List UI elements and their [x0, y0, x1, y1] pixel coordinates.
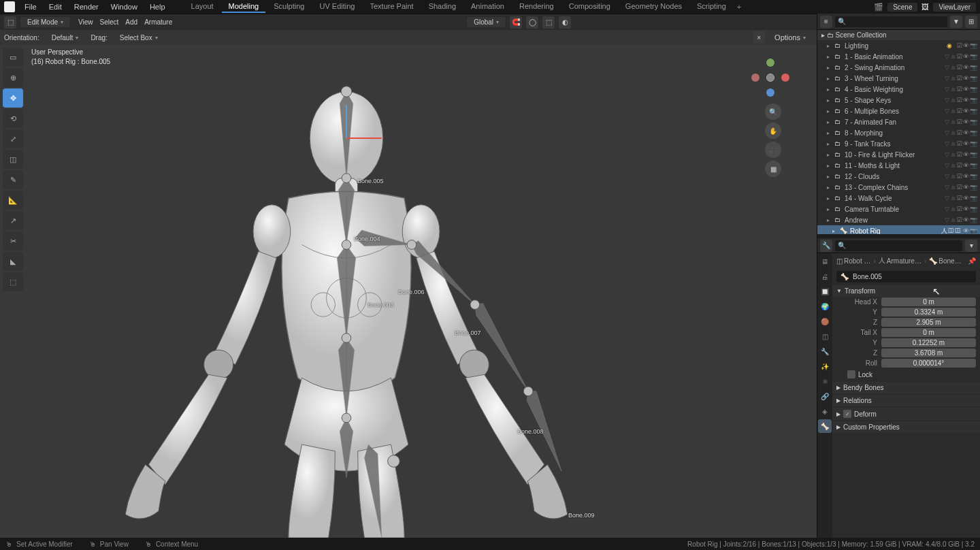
prop-value[interactable]: 0.12252 m [881, 338, 976, 347]
annotate-tool[interactable]: ✎ [3, 170, 23, 189]
snap-icon[interactable]: 🧲 [510, 16, 522, 29]
outliner-row[interactable]: ▸🗀10 - Fire & Light Flicker▽ a☑👁📷 [817, 149, 980, 160]
viewlayer-name[interactable]: ViewLayer [933, 3, 976, 12]
outliner-row[interactable]: ▸🗀7 - Animated Fan▽ a☑👁📷 [817, 116, 980, 127]
cursor-tool[interactable]: ▭ [3, 48, 23, 67]
scene-collection-row[interactable]: ▸ 🗀 Scene Collection [817, 30, 980, 40]
tab-geometry-nodes[interactable]: Geometry Nodes [619, 1, 689, 13]
tab-uv-editing[interactable]: UV Editing [312, 1, 361, 13]
outliner-row[interactable]: ▸🗀Andrew▽ a☑👁📷 [817, 214, 980, 225]
prop-value[interactable]: 2.905 m [881, 318, 976, 327]
lock-checkbox[interactable] [847, 370, 855, 378]
proptab-data[interactable]: ◈ [818, 404, 832, 418]
add-workspace[interactable]: + [737, 3, 741, 11]
3d-viewport[interactable]: User Perspective (16) Robot Rig : Bone.0… [0, 45, 817, 538]
proptab-scene[interactable]: 🌍 [818, 300, 832, 313]
tab-animation[interactable]: Animation [464, 1, 511, 13]
tab-rendering[interactable]: Rendering [512, 1, 561, 13]
outliner-row[interactable]: ▸🗀9 - Tank Tracks▽ a☑👁📷 [817, 138, 980, 149]
prop-value[interactable]: 0.000014° [881, 359, 976, 368]
transform-tool[interactable]: ◫ [3, 150, 23, 169]
proptab-view[interactable]: 🔲 [818, 285, 832, 298]
shear-tool[interactable]: ⬚ [3, 272, 23, 291]
vp-close-icon[interactable]: × [753, 31, 765, 44]
drag-dropdown[interactable]: Select Box [113, 33, 165, 43]
deform-panel-header[interactable]: ▶✓Deform [832, 408, 980, 420]
outliner-row[interactable]: ▸🗀1 - Basic Animation▽ a☑👁📷 [817, 51, 980, 62]
deform-checkbox[interactable]: ✓ [843, 410, 851, 418]
menu-file[interactable]: File [19, 1, 42, 12]
menu-render[interactable]: Render [69, 1, 104, 12]
header-menu-view[interactable]: View [78, 18, 93, 26]
scale-tool[interactable]: ⤢ [3, 129, 23, 148]
editor-type-icon[interactable]: ⬚ [4, 16, 16, 29]
zoom-icon[interactable]: 🔍 [765, 103, 781, 120]
rotate-tool[interactable]: ⟲ [3, 109, 23, 128]
outliner-row[interactable]: ▸🗀6 - Multiple Bones▽ a☑👁📷 [817, 106, 980, 116]
relations-panel-header[interactable]: ▶Relations [832, 395, 980, 406]
ortho-icon[interactable]: ▦ [765, 161, 781, 177]
proportional-icon[interactable]: ◯ [526, 16, 538, 29]
extrude-tool[interactable]: ↗ [3, 211, 23, 230]
app-logo[interactable] [4, 1, 15, 12]
proptab-bone[interactable]: 🦴 [818, 419, 832, 433]
global-dropdown[interactable]: Global [467, 17, 506, 27]
opt1-icon[interactable]: ⬚ [542, 16, 555, 29]
camera-icon[interactable]: 🎥 [765, 142, 781, 158]
menu-window[interactable]: Window [105, 1, 143, 12]
new-collection-icon[interactable]: ⊞ [965, 16, 977, 28]
proptab-modifier[interactable]: 🔧 [818, 344, 832, 358]
header-menu-armature[interactable]: Armature [144, 18, 172, 26]
header-menu-add[interactable]: Add [125, 18, 137, 26]
proptab-constraint[interactable]: 🔗 [818, 389, 832, 403]
outliner-row[interactable]: ▸🗀13 - Complex Chains▽ a☑👁📷 [817, 182, 980, 193]
proptab-render[interactable]: 🖥 [818, 255, 832, 268]
outliner-row[interactable]: ▸🗀Camera Turntable▽ a☑👁📷 [817, 204, 980, 214]
outliner-row[interactable]: ▸🗀8 - Morphing▽ a☑👁📷 [817, 127, 980, 138]
proptab-particle[interactable]: ✨ [818, 359, 832, 373]
tab-layout[interactable]: Layout [184, 1, 220, 13]
outliner-row[interactable]: ▸🗀3 - Wheel Turning▽ a☑👁📷 [817, 73, 980, 84]
prop-value[interactable]: 0 m [881, 328, 976, 337]
outliner-row[interactable]: ▸🗀4 - Basic Weighting▽ a☑👁📷 [817, 84, 980, 95]
outliner-editor-icon[interactable]: ≡ [820, 16, 832, 28]
orientation-dropdown[interactable]: Default [45, 33, 86, 43]
props-search[interactable]: 🔍 [835, 240, 962, 251]
nav-gizmo[interactable] [751, 59, 789, 97]
outliner-row[interactable]: ▸🗀2 - Swing Animation▽ a☑👁📷 [817, 62, 980, 73]
outliner-row[interactable]: ▸🗀12 - Clouds▽ a☑👁📷 [817, 171, 980, 182]
outliner-search[interactable]: 🔍 [835, 16, 947, 27]
options-dropdown[interactable]: Options [768, 32, 813, 43]
proptab-output[interactable]: 🖨 [818, 270, 832, 283]
knife-tool[interactable]: ✂ [3, 231, 23, 250]
props-opt-icon[interactable]: ▾ [965, 240, 977, 252]
bevel-tool[interactable]: ◣ [3, 252, 23, 271]
filter-icon[interactable]: ▼ [950, 16, 962, 28]
tab-compositing[interactable]: Compositing [562, 1, 617, 13]
proptab-object[interactable]: ◫ [818, 329, 832, 343]
opt2-icon[interactable]: ◐ [559, 16, 571, 29]
outliner-row[interactable]: ▸🗀14 - Walk Cycle▽ a☑👁📷 [817, 193, 980, 204]
move-tool[interactable]: ✥ [3, 88, 23, 108]
header-menu-select[interactable]: Select [100, 18, 119, 26]
menu-help[interactable]: Help [144, 1, 171, 12]
prop-value[interactable]: 0.3324 m [881, 308, 976, 317]
prop-value[interactable]: 3.6708 m [881, 349, 976, 357]
menu-edit[interactable]: Edit [44, 1, 67, 12]
proptab-physics[interactable]: ⚛ [818, 374, 832, 388]
pin-icon[interactable]: 📌 [968, 257, 976, 265]
pan-icon[interactable]: ✋ [765, 123, 781, 139]
tab-texture-paint[interactable]: Texture Paint [363, 1, 420, 13]
scene-name[interactable]: Scene [887, 3, 917, 12]
proptab-world[interactable]: 🟤 [818, 314, 832, 328]
bendy-panel-header[interactable]: ▶Bendy Bones [832, 382, 980, 393]
custom-props-panel-header[interactable]: ▶Custom Properties [832, 421, 980, 433]
outliner-row-active[interactable]: ▸🦴 Robot Rig 人◫◫ 👁📷 [817, 225, 980, 234]
tab-scripting[interactable]: Scripting [690, 1, 733, 13]
outliner-row[interactable]: ▸🗀 Lighting ◉ ☑👁📷 [817, 40, 980, 51]
select-tool[interactable]: ⊕ [3, 68, 23, 87]
mode-dropdown[interactable]: Edit Mode [20, 17, 70, 27]
bone-name-field[interactable]: 🦴 Bone.005 [836, 271, 976, 282]
outliner-row[interactable]: ▸🗀5 - Shape Keys▽ a☑👁📷 [817, 95, 980, 106]
tab-sculpting[interactable]: Sculpting [267, 1, 311, 13]
